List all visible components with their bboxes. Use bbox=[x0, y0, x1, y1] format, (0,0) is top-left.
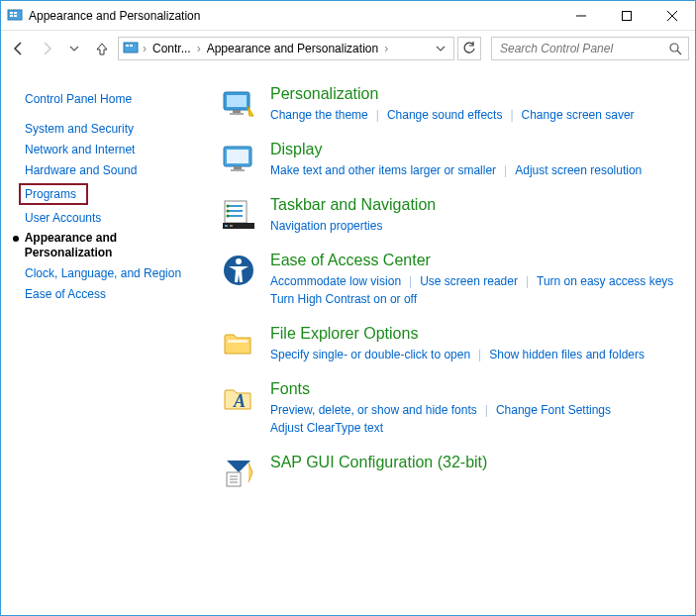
svg-rect-4 bbox=[14, 15, 17, 17]
svg-rect-21 bbox=[231, 169, 245, 171]
svg-rect-31 bbox=[230, 225, 233, 227]
control-panel-window: Appearance and Personalization bbox=[0, 0, 696, 616]
link-font-settings[interactable]: Change Font Settings bbox=[496, 403, 611, 417]
link-change-sound[interactable]: Change sound effects bbox=[387, 108, 503, 122]
breadcrumb-sep-icon[interactable]: › bbox=[382, 42, 390, 55]
category-links: Accommodate low vision|Use screen reader… bbox=[270, 272, 677, 308]
back-button[interactable] bbox=[7, 37, 31, 60]
search-input[interactable] bbox=[498, 41, 682, 56]
recent-dropdown[interactable] bbox=[62, 37, 86, 60]
svg-rect-34 bbox=[228, 340, 248, 343]
sidebar-item-hardware[interactable]: Hardware and Sound bbox=[25, 162, 199, 178]
taskbar-icon bbox=[219, 195, 258, 235]
link-hidden-files[interactable]: Show hidden files and folders bbox=[489, 348, 645, 361]
control-panel-small-icon bbox=[123, 41, 139, 56]
link-click-open[interactable]: Specify single- or double-click to open bbox=[270, 348, 470, 361]
svg-rect-30 bbox=[225, 225, 228, 227]
content-area: Personalization Change the theme|Change … bbox=[209, 66, 695, 615]
category-fonts: A Fonts Preview, delete, or show and hid… bbox=[219, 379, 677, 437]
sidebar-item-clock[interactable]: Clock, Language, and Region bbox=[25, 265, 199, 281]
link-low-vision[interactable]: Accommodate low vision bbox=[270, 274, 401, 288]
address-bar: › Contr... › Appearance and Personalizat… bbox=[1, 31, 695, 66]
search-icon[interactable] bbox=[669, 43, 682, 55]
sidebar-item-network[interactable]: Network and Internet bbox=[25, 142, 199, 157]
search-box[interactable] bbox=[491, 37, 689, 60]
breadcrumb-sep-icon[interactable]: › bbox=[195, 42, 203, 55]
category-title[interactable]: Fonts bbox=[270, 379, 677, 399]
category-links: Specify single- or double-click to open|… bbox=[270, 346, 677, 363]
breadcrumb-root[interactable]: Contr... bbox=[150, 42, 193, 55]
ease-of-access-icon bbox=[219, 251, 258, 290]
category-links: Make text and other items larger or smal… bbox=[270, 161, 677, 179]
svg-point-28 bbox=[227, 215, 230, 218]
svg-point-26 bbox=[227, 205, 230, 208]
current-bullet-icon bbox=[13, 236, 19, 242]
breadcrumb-dropdown-icon[interactable] bbox=[432, 44, 449, 53]
category-title[interactable]: Personalization bbox=[270, 84, 677, 104]
link-navigation-props[interactable]: Navigation properties bbox=[270, 219, 382, 233]
link-resolution[interactable]: Adjust screen resolution bbox=[515, 163, 642, 177]
window-title: Appearance and Personalization bbox=[29, 9, 558, 23]
personalization-icon bbox=[219, 84, 258, 124]
folder-icon bbox=[219, 324, 258, 363]
sidebar-item-programs[interactable]: Programs bbox=[25, 183, 199, 205]
category-title[interactable]: Taskbar and Navigation bbox=[270, 195, 677, 215]
maximize-button[interactable] bbox=[604, 1, 649, 31]
svg-point-12 bbox=[670, 44, 678, 51]
link-easy-access-keys[interactable]: Turn on easy access keys bbox=[537, 274, 673, 288]
svg-line-13 bbox=[677, 51, 681, 54]
link-cleartype[interactable]: Adjust ClearType text bbox=[270, 421, 383, 435]
svg-point-33 bbox=[236, 258, 242, 264]
category-title[interactable]: Display bbox=[270, 140, 677, 159]
svg-rect-16 bbox=[233, 110, 241, 113]
svg-rect-9 bbox=[124, 43, 138, 52]
svg-rect-2 bbox=[14, 12, 17, 14]
category-ease-of-access: Ease of Access Center Accommodate low vi… bbox=[219, 251, 677, 308]
svg-rect-20 bbox=[234, 166, 242, 169]
control-panel-icon bbox=[7, 8, 23, 24]
body: Control Panel Home System and Security N… bbox=[1, 66, 695, 615]
forward-button[interactable] bbox=[35, 37, 58, 60]
category-title[interactable]: File Explorer Options bbox=[270, 324, 677, 344]
svg-rect-3 bbox=[10, 15, 13, 17]
svg-rect-6 bbox=[623, 11, 632, 20]
up-button[interactable] bbox=[90, 37, 114, 60]
sidebar-item-appearance[interactable]: Appearance and Personalization bbox=[13, 231, 199, 260]
category-links: Preview, delete, or show and hide fonts|… bbox=[270, 401, 677, 437]
fonts-icon: A bbox=[219, 379, 258, 419]
link-preview-fonts[interactable]: Preview, delete, or show and hide fonts bbox=[270, 403, 477, 417]
link-text-size[interactable]: Make text and other items larger or smal… bbox=[270, 163, 496, 177]
sidebar-home[interactable]: Control Panel Home bbox=[25, 91, 199, 107]
programs-highlight: Programs bbox=[19, 183, 88, 205]
titlebar: Appearance and Personalization bbox=[1, 1, 695, 31]
refresh-button[interactable] bbox=[457, 37, 481, 60]
category-links: Change the theme|Change sound effects|Ch… bbox=[270, 106, 677, 124]
sidebar-item-ease-of-access[interactable]: Ease of Access bbox=[25, 286, 199, 302]
svg-rect-17 bbox=[230, 113, 244, 115]
close-button[interactable] bbox=[649, 1, 695, 31]
link-change-theme[interactable]: Change the theme bbox=[270, 108, 368, 122]
svg-rect-1 bbox=[10, 12, 13, 14]
svg-rect-10 bbox=[126, 45, 129, 47]
category-file-explorer: File Explorer Options Specify single- or… bbox=[219, 324, 677, 363]
display-icon bbox=[219, 140, 258, 179]
svg-rect-15 bbox=[227, 95, 247, 107]
category-sap-gui: SAP GUI Configuration (32-bit) bbox=[219, 453, 677, 492]
breadcrumb-current[interactable]: Appearance and Personalization bbox=[205, 42, 380, 55]
svg-rect-11 bbox=[130, 45, 133, 47]
breadcrumb-sep-icon[interactable]: › bbox=[141, 42, 149, 55]
breadcrumb[interactable]: › Contr... › Appearance and Personalizat… bbox=[118, 37, 454, 60]
category-personalization: Personalization Change the theme|Change … bbox=[219, 84, 677, 124]
link-high-contrast[interactable]: Turn High Contrast on or off bbox=[270, 292, 417, 306]
link-change-screensaver[interactable]: Change screen saver bbox=[522, 108, 635, 122]
category-display: Display Make text and other items larger… bbox=[219, 140, 677, 179]
sidebar: Control Panel Home System and Security N… bbox=[1, 66, 209, 615]
sidebar-item-system-security[interactable]: System and Security bbox=[25, 121, 199, 137]
category-title[interactable]: Ease of Access Center bbox=[270, 251, 677, 270]
svg-rect-19 bbox=[227, 150, 249, 163]
minimize-button[interactable] bbox=[558, 1, 604, 31]
svg-point-27 bbox=[227, 210, 230, 213]
link-screen-reader[interactable]: Use screen reader bbox=[420, 274, 518, 288]
category-title[interactable]: SAP GUI Configuration (32-bit) bbox=[270, 453, 677, 472]
sidebar-item-user-accounts[interactable]: User Accounts bbox=[25, 210, 199, 226]
